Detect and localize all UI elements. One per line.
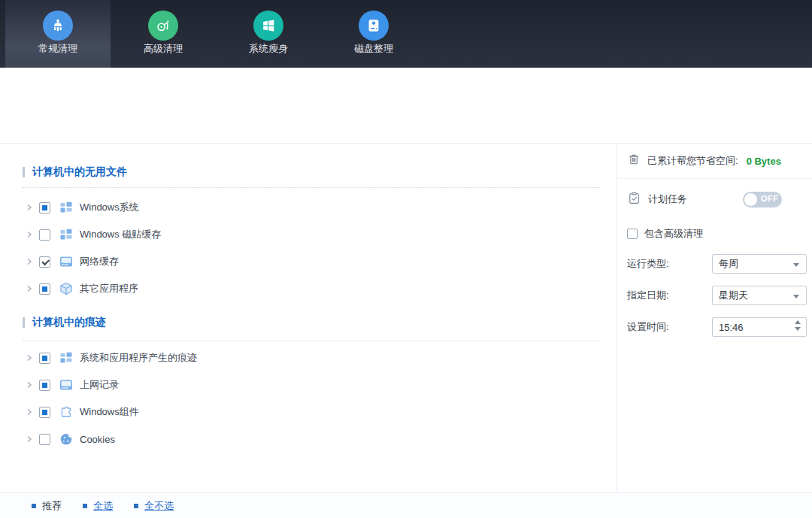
- chevron-right-icon[interactable]: [25, 257, 34, 266]
- tree-row-label: 网络缓存: [80, 255, 119, 268]
- tree-row-network-cache[interactable]: 网络缓存: [0, 248, 617, 275]
- chevron-right-icon[interactable]: [25, 380, 34, 389]
- clipboard-check-icon: [627, 191, 641, 208]
- recommend-link[interactable]: 推荐: [32, 499, 62, 513]
- select-none-link[interactable]: 全不选: [134, 499, 174, 513]
- cube-icon: [59, 281, 74, 296]
- chevron-down-icon: [793, 263, 799, 267]
- header-strip: 快速轻松地清理垃圾文件及上网痕迹。 清理无用文件和上网痕迹能够节省空间保护隐私。…: [0, 68, 812, 143]
- tree-row-label: 上网记录: [80, 378, 119, 392]
- section-title: 计算机中的痕迹: [32, 316, 106, 329]
- select-all-label: 全选: [93, 499, 113, 513]
- tiles-icon: [59, 350, 74, 365]
- tree-row-other-apps[interactable]: 其它应用程序: [0, 275, 617, 302]
- cleanup-tree-panel: 计算机中的无用文件 Windows系统 Windows 磁贴缓存 网络缓存: [0, 144, 617, 492]
- tree-row-windows-components[interactable]: Windows组件: [0, 398, 617, 426]
- bullet-square-icon: [134, 504, 138, 508]
- toggle-knob: [744, 193, 757, 206]
- browser-icon: [59, 254, 74, 269]
- spinner-down-icon[interactable]: [795, 327, 801, 331]
- chevron-right-icon[interactable]: [25, 435, 34, 444]
- tab-disk-defrag[interactable]: 磁盘整理: [321, 0, 426, 68]
- spinner-arrows: [795, 320, 801, 331]
- tree-row-label: Cookies: [80, 434, 115, 445]
- time-spinner[interactable]: 15:46: [712, 317, 807, 337]
- checkbox[interactable]: [39, 256, 50, 268]
- section-title: 计算机中的无用文件: [32, 165, 127, 179]
- tree-junk-files: Windows系统 Windows 磁贴缓存 网络缓存 其它应用程序: [0, 194, 617, 302]
- tab-regular-clean[interactable]: 常规清理: [5, 0, 111, 68]
- tab-system-slim[interactable]: 系统瘦身: [216, 0, 321, 68]
- chevron-down-icon: [793, 295, 799, 298]
- section-marker: [23, 317, 25, 328]
- section-header-traces: 计算机中的痕迹: [23, 316, 617, 329]
- select-all-link[interactable]: 全选: [83, 499, 113, 513]
- tree-row-label: 其它应用程序: [80, 282, 138, 295]
- selection-footer: 推荐 全选 全不选: [0, 492, 812, 518]
- tree-row-system-app-traces[interactable]: 系统和应用程序产生的痕迹: [0, 344, 617, 371]
- tree-row-label: Windows组件: [80, 405, 139, 419]
- section-header-junk-files: 计算机中的无用文件: [23, 165, 617, 179]
- schedule-sidebar: 已累计帮您节省空间: 0 Bytes 计划任务 OFF 包含高级清理 运行类型:…: [618, 144, 812, 492]
- time-label: 设置时间:: [627, 320, 669, 334]
- dotted-divider: [23, 187, 600, 188]
- checkbox[interactable]: [39, 229, 50, 241]
- checkbox[interactable]: [39, 353, 50, 364]
- tiles-icon: [59, 227, 74, 242]
- trash-icon: [627, 153, 641, 169]
- brush-icon: [43, 11, 73, 41]
- date-value: 星期天: [719, 289, 748, 302]
- tree-traces: 系统和应用程序产生的痕迹 上网记录 Windows组件 Cookies: [0, 344, 617, 453]
- tree-row-cookies[interactable]: Cookies: [0, 426, 617, 453]
- spinner-up-icon[interactable]: [795, 320, 801, 324]
- chevron-right-icon[interactable]: [25, 230, 34, 239]
- run-type-row: 运行类型: 每周: [618, 248, 812, 280]
- tree-row-browsing-history[interactable]: 上网记录: [0, 371, 617, 398]
- run-type-label: 运行类型:: [627, 257, 669, 271]
- tree-row-windows-tile-cache[interactable]: Windows 磁贴缓存: [0, 221, 617, 248]
- windows-icon: [253, 11, 283, 41]
- toggle-state-label: OFF: [761, 194, 779, 203]
- tree-row-label: Windows系统: [80, 201, 139, 214]
- puzzle-icon: [59, 404, 74, 420]
- include-advanced-label: 包含高级清理: [644, 227, 703, 241]
- tab-label: 常规清理: [38, 43, 77, 55]
- bullet-square-icon: [32, 504, 36, 508]
- date-label: 指定日期:: [627, 289, 669, 302]
- tab-advanced-clean[interactable]: 高级清理: [111, 0, 216, 68]
- date-select[interactable]: 星期天: [712, 286, 807, 305]
- section-marker: [23, 167, 25, 177]
- chevron-right-icon[interactable]: [25, 203, 34, 212]
- select-none-label: 全不选: [144, 499, 174, 513]
- include-advanced-checkbox[interactable]: [627, 229, 638, 239]
- tiles-icon: [59, 200, 74, 215]
- tree-row-label: 系统和应用程序产生的痕迹: [80, 351, 197, 365]
- time-value: 15:46: [719, 322, 744, 333]
- tree-row-windows-system[interactable]: Windows系统: [0, 194, 617, 221]
- schedule-toggle[interactable]: OFF: [743, 192, 782, 208]
- checkbox[interactable]: [39, 380, 50, 391]
- run-type-value: 每周: [719, 257, 738, 271]
- tab-label: 高级清理: [144, 43, 183, 55]
- disk-icon: [359, 11, 389, 41]
- cleaner-app-window: 常规清理 高级清理 系统瘦身 磁盘整理 快速轻松地清理垃圾文件及上网痕迹。 清理…: [0, 0, 812, 518]
- time-row: 设置时间: 15:46: [618, 311, 812, 343]
- date-row: 指定日期: 星期天: [618, 280, 812, 311]
- bullet-square-icon: [83, 504, 87, 508]
- checkbox[interactable]: [39, 283, 50, 295]
- schedule-task-row: 计划任务 OFF: [618, 179, 812, 220]
- chevron-right-icon[interactable]: [25, 407, 34, 417]
- saved-space-row: 已累计帮您节省空间: 0 Bytes: [618, 144, 812, 178]
- schedule-task-label: 计划任务: [648, 192, 687, 206]
- checkbox[interactable]: [39, 407, 50, 418]
- chevron-right-icon[interactable]: [25, 284, 34, 293]
- include-advanced-row: 包含高级清理: [618, 220, 812, 248]
- vacuum-icon: [148, 11, 178, 41]
- checkbox[interactable]: [39, 434, 50, 445]
- tab-label: 系统瘦身: [249, 43, 288, 55]
- run-type-select[interactable]: 每周: [712, 254, 807, 274]
- dotted-divider: [23, 341, 600, 341]
- cookie-icon: [59, 432, 74, 447]
- checkbox[interactable]: [39, 202, 50, 214]
- chevron-right-icon[interactable]: [25, 353, 34, 362]
